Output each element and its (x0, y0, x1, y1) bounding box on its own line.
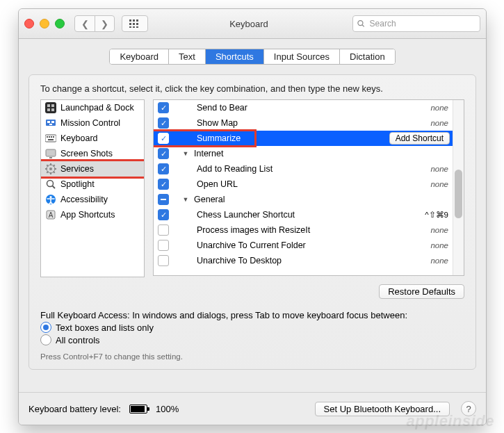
svg-rect-0 (129, 19, 131, 22)
fka-radio-allcontrols[interactable] (40, 334, 51, 345)
categories-list[interactable]: Launchpad & DockMission ControlKeyboardS… (40, 99, 145, 277)
service-checkbox[interactable] (158, 194, 169, 205)
svg-point-37 (47, 181, 54, 187)
service-checkbox[interactable]: ✓ (158, 148, 169, 159)
service-checkbox[interactable] (158, 255, 169, 266)
nav-forward-button[interactable]: ❯ (95, 16, 114, 31)
service-item-summarize[interactable]: ✓SummarizeAdd Shortcut (154, 131, 453, 146)
svg-line-33 (47, 165, 48, 166)
svg-line-10 (362, 25, 364, 27)
svg-rect-11 (47, 104, 50, 107)
category-keyboard[interactable]: Keyboard (41, 131, 144, 146)
svg-rect-23 (53, 136, 54, 138)
minimize-window-button[interactable] (40, 19, 49, 28)
instructions-label: To change a shortcut, select it, click t… (40, 83, 464, 94)
launchpad-icon (45, 102, 56, 113)
search-field[interactable] (352, 15, 480, 32)
tab-dictation[interactable]: Dictation (340, 49, 395, 64)
svg-rect-19 (45, 135, 56, 142)
service-label: Unarchive To Current Folder (197, 240, 393, 250)
prefs-tabs: KeyboardTextShortcutsInput SourcesDictat… (109, 49, 395, 65)
nav-back-forward: ❮ ❯ (74, 15, 115, 32)
fka-option-allcontrols: All controls (56, 335, 100, 345)
service-checkbox[interactable]: ✓ (158, 209, 169, 220)
restore-defaults-button[interactable]: Restore Defaults (379, 284, 464, 299)
service-item-open-url[interactable]: ✓Open URLnone (154, 177, 453, 192)
svg-line-35 (47, 172, 48, 173)
svg-rect-21 (49, 136, 50, 138)
category-launchpad-dock[interactable]: Launchpad & Dock (41, 100, 144, 115)
tab-input-sources[interactable]: Input Sources (264, 49, 340, 64)
service-checkbox[interactable] (158, 240, 169, 251)
category-spotlight[interactable]: Spotlight (41, 177, 144, 192)
service-group-general[interactable]: ▼General (154, 192, 453, 207)
svg-point-40 (49, 196, 51, 198)
setup-bluetooth-button[interactable]: Set Up Bluetooth Keyboard... (315, 402, 450, 416)
svg-text:A: A (49, 211, 54, 219)
service-item-add-to-reading-list[interactable]: ✓Add to Reading Listnone (154, 161, 453, 177)
svg-rect-12 (51, 104, 54, 107)
services-list[interactable]: ✓Send to Bearnone✓Show Mapnone✓Summarize… (153, 99, 464, 276)
service-shortcut: none (397, 180, 453, 188)
service-checkbox[interactable]: ✓ (158, 163, 169, 174)
svg-rect-20 (47, 136, 48, 138)
category-label: Mission Control (60, 118, 120, 128)
service-label: Send to Bear (197, 103, 393, 113)
close-window-button[interactable] (24, 19, 34, 28)
search-input[interactable] (368, 18, 475, 29)
service-item-unarchive-to-current-folder[interactable]: Unarchive To Current Foldernone (154, 238, 453, 253)
full-keyboard-access: Full Keyboard Access: In windows and dia… (40, 310, 464, 361)
tab-shortcuts[interactable]: Shortcuts (206, 49, 264, 64)
appshortcuts-icon: A (45, 209, 56, 220)
fka-prompt: Full Keyboard Access: In windows and dia… (40, 310, 464, 320)
category-screen-shots[interactable]: Screen Shots (41, 146, 144, 161)
service-shortcut: none (397, 256, 453, 265)
help-button[interactable]: ? (461, 401, 476, 416)
services-scrollbar[interactable] (453, 100, 464, 275)
window-title: Keyboard (152, 19, 348, 29)
service-item-chess-launcher-shortcut[interactable]: ✓Chess Launcher Shortcut^⇧⌘9 (154, 207, 453, 222)
svg-rect-13 (47, 108, 50, 111)
titlebar: ❮ ❯ Keyboard (19, 9, 486, 39)
service-checkbox[interactable]: ✓ (158, 179, 169, 190)
zoom-window-button[interactable] (55, 19, 65, 28)
fka-option-textboxes: Text boxes and lists only (56, 322, 154, 333)
nav-back-button[interactable]: ❮ (75, 16, 95, 31)
service-item-show-map[interactable]: ✓Show Mapnone (154, 115, 453, 131)
preferences-window: ❮ ❯ Keyboard (18, 8, 487, 425)
scrollbar-thumb[interactable] (455, 170, 462, 218)
tab-text[interactable]: Text (169, 49, 206, 64)
service-checkbox[interactable]: ✓ (158, 117, 169, 129)
shortcuts-pane: To change a shortcut, select it, click t… (29, 74, 476, 370)
service-group-internet[interactable]: ✓▼Internet (154, 146, 453, 161)
svg-rect-3 (129, 23, 131, 25)
category-app-shortcuts[interactable]: AApp Shortcuts (41, 207, 144, 222)
battery-percent: 100% (156, 404, 179, 414)
category-accessibility[interactable]: Accessibility (41, 192, 144, 207)
svg-rect-18 (49, 124, 52, 125)
service-checkbox[interactable]: ✓ (158, 133, 169, 144)
disclosure-triangle-icon[interactable]: ▼ (181, 150, 190, 157)
service-checkbox[interactable] (158, 224, 169, 236)
add-shortcut-button[interactable]: Add Shortcut (389, 132, 450, 145)
service-item-process-images-with-resizeit[interactable]: Process images with ResizeItnone (154, 222, 453, 238)
svg-rect-1 (133, 19, 135, 22)
search-icon (357, 19, 365, 28)
service-checkbox[interactable]: ✓ (158, 102, 169, 113)
tab-keyboard[interactable]: Keyboard (110, 49, 169, 64)
category-mission-control[interactable]: Mission Control (41, 115, 144, 131)
svg-rect-16 (47, 121, 50, 123)
show-all-button[interactable] (122, 15, 148, 32)
disclosure-triangle-icon[interactable]: ▼ (181, 196, 190, 203)
grid-icon (129, 19, 140, 28)
service-label: Unarchive To Desktop (197, 256, 393, 265)
service-item-send-to-bear[interactable]: ✓Send to Bearnone (154, 100, 453, 115)
svg-line-38 (53, 186, 56, 189)
svg-rect-25 (46, 149, 56, 156)
fka-radio-textboxes[interactable] (40, 322, 51, 333)
service-shortcut: none (397, 119, 453, 127)
service-item-unarchive-to-desktop[interactable]: Unarchive To Desktopnone (154, 253, 453, 268)
svg-line-34 (54, 172, 55, 173)
svg-point-28 (49, 168, 52, 170)
category-services[interactable]: Services (41, 161, 144, 177)
